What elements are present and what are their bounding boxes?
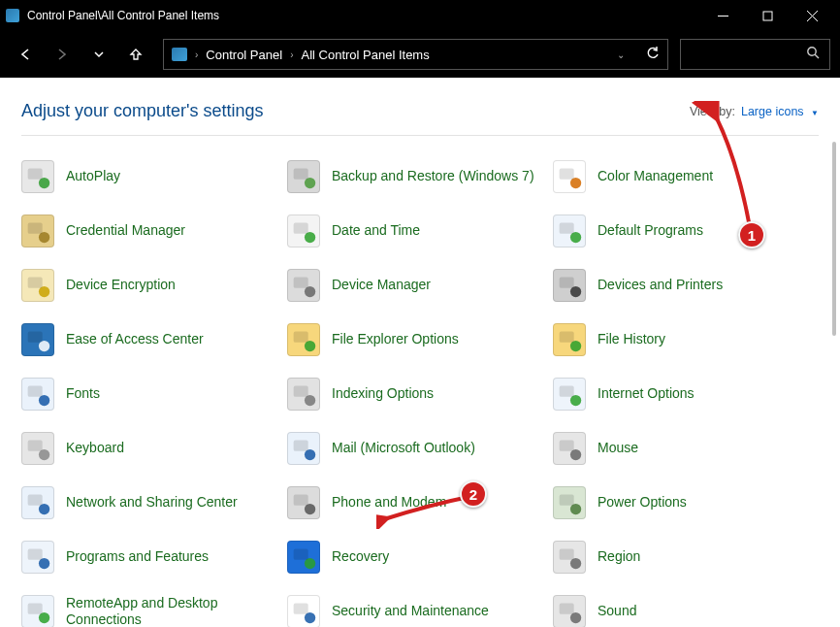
svg-rect-9 xyxy=(294,169,308,180)
app-icon xyxy=(6,9,19,22)
item-icon xyxy=(553,595,586,627)
svg-rect-23 xyxy=(560,278,574,288)
item-label: Device Manager xyxy=(332,277,431,294)
address-bar[interactable]: › Control Panel › All Control Panel Item… xyxy=(163,39,668,70)
control-panel-item[interactable]: File Explorer Options xyxy=(287,322,543,357)
control-panel-item[interactable]: Device Manager xyxy=(287,268,543,303)
scroll-thumb[interactable] xyxy=(832,142,836,336)
svg-rect-41 xyxy=(560,441,574,451)
item-label: Sound xyxy=(598,603,636,620)
svg-rect-43 xyxy=(28,495,43,506)
chevron-right-icon: › xyxy=(195,50,198,60)
minimize-button[interactable] xyxy=(700,0,745,31)
control-panel-item[interactable]: Keyboard xyxy=(21,431,277,466)
item-icon xyxy=(287,378,320,411)
control-panel-item[interactable]: Recovery xyxy=(287,540,543,575)
up-button[interactable] xyxy=(120,39,151,70)
item-icon xyxy=(553,214,586,248)
item-label: Devices and Printers xyxy=(598,277,723,294)
svg-line-5 xyxy=(815,54,819,58)
forward-button[interactable] xyxy=(47,39,78,70)
svg-rect-51 xyxy=(294,549,308,560)
control-panel-item[interactable]: Mouse xyxy=(553,431,809,466)
control-panel-item[interactable]: Ease of Access Center xyxy=(21,322,277,357)
item-label: Mouse xyxy=(598,440,638,457)
scrollbar[interactable] xyxy=(830,136,838,621)
control-panel-item[interactable]: Device Encryption xyxy=(21,268,277,303)
control-panel-item[interactable]: Region xyxy=(553,540,809,575)
item-label: Date and Time xyxy=(332,222,420,240)
view-by-dropdown[interactable]: Large icons ▼ xyxy=(741,105,819,118)
control-panel-item[interactable]: RemoteApp and Desktop Connections xyxy=(21,594,277,627)
item-icon xyxy=(21,160,54,193)
control-panel-item[interactable]: Sound xyxy=(553,594,809,627)
item-label: File History xyxy=(598,331,665,348)
item-label: Credential Manager xyxy=(66,222,185,240)
item-label: Phone and Modem xyxy=(332,494,446,512)
item-icon xyxy=(21,432,54,465)
control-panel-item[interactable]: Phone and Modem xyxy=(287,485,543,520)
svg-rect-25 xyxy=(28,332,43,343)
control-panel-item[interactable]: Date and Time xyxy=(287,214,543,248)
maximize-button[interactable] xyxy=(745,0,790,31)
refresh-button[interactable] xyxy=(646,47,660,63)
item-label: Programs and Features xyxy=(66,548,209,566)
svg-rect-33 xyxy=(294,386,308,397)
item-label: File Explorer Options xyxy=(332,331,459,348)
control-panel-item[interactable]: Fonts xyxy=(21,377,277,412)
item-label: Keyboard xyxy=(66,440,124,457)
control-panel-item[interactable]: Internet Options xyxy=(553,377,809,412)
control-panel-item[interactable]: Backup and Restore (Windows 7) xyxy=(287,159,543,194)
item-icon xyxy=(287,595,320,627)
svg-rect-59 xyxy=(560,604,574,614)
svg-rect-49 xyxy=(28,549,43,560)
control-panel-item[interactable]: Indexing Options xyxy=(287,377,543,412)
item-label: Ease of Access Center xyxy=(66,331,204,348)
search-box[interactable] xyxy=(680,39,830,70)
control-panel-item[interactable]: File History xyxy=(553,322,809,357)
item-icon xyxy=(287,323,320,356)
item-icon xyxy=(287,269,320,302)
item-icon xyxy=(287,432,320,465)
svg-rect-57 xyxy=(294,604,308,614)
control-panel-item[interactable]: Programs and Features xyxy=(21,540,277,575)
item-icon xyxy=(21,378,54,411)
nav-bar: › Control Panel › All Control Panel Item… xyxy=(0,31,840,78)
item-icon xyxy=(21,541,54,574)
control-panel-item[interactable]: Power Options xyxy=(553,485,809,520)
control-panel-item[interactable]: Mail (Microsoft Outlook) xyxy=(287,431,543,466)
item-icon xyxy=(553,378,586,411)
svg-rect-53 xyxy=(560,549,574,560)
address-icon xyxy=(172,48,187,61)
control-panel-item[interactable]: Default Programs xyxy=(553,214,809,248)
close-button[interactable] xyxy=(790,0,834,31)
item-label: Default Programs xyxy=(598,222,703,240)
control-panel-item[interactable]: AutoPlay xyxy=(21,159,277,194)
svg-rect-29 xyxy=(560,332,574,343)
chevron-down-icon: ▼ xyxy=(811,109,819,117)
item-label: Indexing Options xyxy=(332,385,434,403)
control-panel-item[interactable]: Network and Sharing Center xyxy=(21,485,277,520)
control-panel-item[interactable]: Security and Maintenance xyxy=(287,594,543,627)
svg-rect-31 xyxy=(28,386,43,397)
item-label: Color Management xyxy=(598,168,713,185)
item-icon xyxy=(21,323,54,356)
breadcrumb-segment[interactable]: All Control Panel Items xyxy=(301,48,429,62)
svg-rect-55 xyxy=(28,604,43,614)
recent-dropdown[interactable] xyxy=(83,39,114,70)
control-panel-item[interactable]: Devices and Printers xyxy=(553,268,809,303)
item-label: Power Options xyxy=(598,494,687,512)
chevron-down-icon[interactable]: ⌄ xyxy=(617,50,625,60)
svg-rect-19 xyxy=(28,278,43,288)
item-icon xyxy=(553,323,586,356)
svg-rect-45 xyxy=(294,495,308,506)
item-icon xyxy=(287,486,320,519)
svg-rect-35 xyxy=(560,386,574,397)
control-panel-item[interactable]: Credential Manager xyxy=(21,214,277,248)
item-icon xyxy=(21,595,54,627)
search-icon xyxy=(806,46,820,63)
item-label: Recovery xyxy=(332,548,389,566)
back-button[interactable] xyxy=(10,39,41,70)
control-panel-item[interactable]: Color Management xyxy=(553,159,809,194)
breadcrumb-segment[interactable]: Control Panel xyxy=(206,48,282,62)
